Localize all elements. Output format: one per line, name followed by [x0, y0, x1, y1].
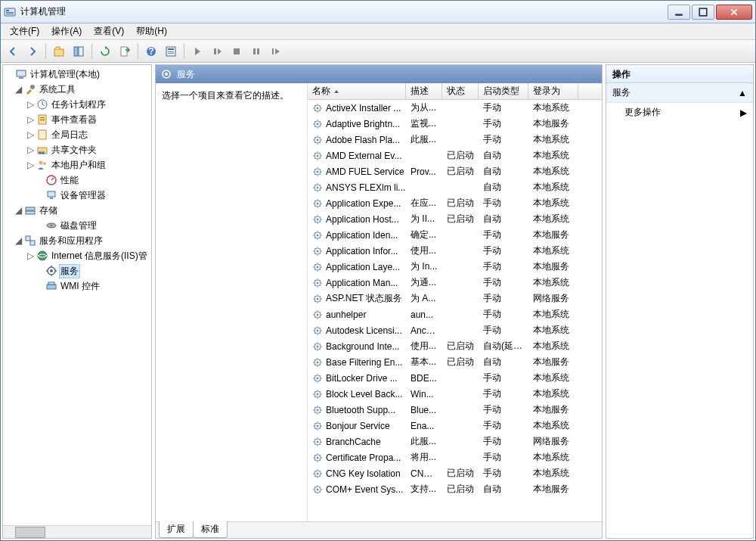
- menu-file[interactable]: 文件(F): [4, 23, 45, 39]
- chevron-right-icon: ▶: [740, 107, 747, 118]
- svg-rect-16: [214, 48, 216, 54]
- column-logon[interactable]: 登录为: [528, 83, 578, 99]
- svg-point-87: [317, 393, 319, 395]
- actions-section[interactable]: 服务 ▲: [606, 83, 753, 103]
- center-panel: 服务 选择一个项目来查看它的描述。 名称 描述 状态 启动类型 登录为 Acti…: [155, 64, 603, 539]
- menu-help[interactable]: 帮助(H): [130, 23, 173, 39]
- svg-point-65: [317, 218, 319, 220]
- service-row[interactable]: Application Infor...使用...手动本地系统: [308, 243, 602, 259]
- service-row[interactable]: BranchCache此服...手动网络服务: [308, 434, 602, 449]
- svg-point-49: [165, 73, 168, 76]
- column-desc[interactable]: 描述: [406, 83, 442, 99]
- actions-more[interactable]: 更多操作 ▶: [606, 103, 753, 122]
- list-rows[interactable]: ActiveX Installer ...为从...手动本地系统Adaptive…: [308, 100, 602, 521]
- computer-icon: [15, 68, 27, 80]
- service-row[interactable]: Application Host...为 II...已启动自动本地系统: [308, 211, 602, 227]
- service-row[interactable]: Adaptive Brightn...监视...手动本地服务: [308, 116, 602, 132]
- tree-services[interactable]: 服务: [5, 263, 150, 278]
- service-row[interactable]: Bluetooth Supp...Blue...手动本地服务: [308, 402, 602, 418]
- pause-stop-button[interactable]: [208, 42, 226, 61]
- close-button[interactable]: [716, 5, 752, 20]
- service-row[interactable]: Application Man...为通...手动本地系统: [308, 275, 602, 291]
- svg-point-67: [317, 234, 319, 236]
- svg-point-51: [317, 107, 319, 109]
- tree-local-users[interactable]: ▷ 本地用户和组: [5, 157, 150, 173]
- up-button[interactable]: [50, 42, 68, 61]
- service-row[interactable]: Application Iden...确定...手动本地服务: [308, 227, 602, 243]
- back-button[interactable]: [4, 42, 22, 61]
- minimize-button[interactable]: [668, 5, 690, 20]
- tree-device-manager[interactable]: 设备管理器: [5, 188, 150, 203]
- tree-scrollbar-horizontal[interactable]: [3, 525, 151, 538]
- service-row[interactable]: AMD External Ev...已启动自动本地系统: [308, 148, 602, 163]
- service-row[interactable]: ANSYS FLEXlm li...自动本地系统: [308, 179, 602, 195]
- service-row[interactable]: BitLocker Drive ...BDE...手动本地系统: [308, 370, 602, 386]
- tree-event-viewer[interactable]: ▷ 事件查看器: [5, 112, 150, 127]
- menu-action[interactable]: 操作(A): [45, 23, 88, 39]
- svg-rect-21: [17, 70, 26, 76]
- svg-point-63: [317, 202, 319, 204]
- column-name[interactable]: 名称: [308, 83, 406, 99]
- service-row[interactable]: Bonjour ServiceEna...手动本地系统: [308, 418, 602, 434]
- svg-rect-15: [168, 53, 174, 54]
- tree-services-apps[interactable]: ◢ 服务和应用程序: [5, 233, 150, 248]
- refresh-button[interactable]: [96, 42, 114, 61]
- tab-standard[interactable]: 标准: [193, 521, 228, 538]
- svg-point-59: [317, 170, 319, 173]
- properties-button[interactable]: [162, 42, 180, 61]
- start-service-button[interactable]: [188, 42, 206, 61]
- help-button[interactable]: ?: [142, 42, 160, 61]
- tools-icon: [24, 83, 36, 95]
- service-row[interactable]: ActiveX Installer ...为从...手动本地系统: [308, 100, 602, 116]
- export-button[interactable]: [116, 42, 134, 61]
- tab-extended[interactable]: 扩展: [159, 521, 194, 538]
- restart-service-button[interactable]: [267, 42, 285, 61]
- stop-service-button[interactable]: [228, 42, 246, 61]
- maximize-button[interactable]: [692, 5, 714, 20]
- pause-service-button[interactable]: [247, 42, 265, 61]
- actions-header: 操作: [606, 65, 753, 83]
- service-row[interactable]: COM+ Event Sys...支持...已启动自动本地服务: [308, 481, 602, 497]
- menu-view[interactable]: 查看(V): [88, 23, 130, 39]
- show-hide-tree-button[interactable]: [70, 42, 88, 61]
- svg-rect-28: [39, 130, 46, 139]
- tree-root[interactable]: 计算机管理(本地): [5, 67, 150, 82]
- nav-tree[interactable]: 计算机管理(本地) ◢ 系统工具 ▷ 任务计划程序 ▷ 事件查看器 ▷ 全局日志: [3, 65, 151, 525]
- svg-point-33: [43, 162, 46, 165]
- log-icon: [36, 129, 48, 141]
- service-row[interactable]: Application Expe...在应...已启动手动本地系统: [308, 195, 602, 211]
- service-row[interactable]: CNG Key IsolationCNG...已启动手动本地系统: [308, 465, 602, 481]
- service-row[interactable]: AMD FUEL ServiceProv...已启动自动本地系统: [308, 163, 602, 179]
- tree-global-logs[interactable]: ▷ 全局日志: [5, 127, 150, 142]
- service-row[interactable]: aunhelperaun...手动本地系统: [308, 306, 602, 322]
- service-row[interactable]: Certificate Propa...将用...手动本地系统: [308, 449, 602, 465]
- service-row[interactable]: Base Filtering En...基本...已启动自动本地服务: [308, 354, 602, 370]
- tree-system-tools[interactable]: ◢ 系统工具: [5, 82, 150, 97]
- svg-rect-17: [234, 48, 240, 54]
- tree-wmi[interactable]: WMI 控件: [5, 278, 150, 294]
- svg-rect-18: [253, 48, 256, 54]
- service-row[interactable]: Application Laye...为 In...手动本地服务: [308, 259, 602, 275]
- svg-point-31: [42, 151, 45, 154]
- app-icon: [4, 6, 16, 18]
- tree-disk-management[interactable]: 磁盘管理: [5, 218, 150, 233]
- tree-shared-folders[interactable]: ▷ 共享文件夹: [5, 142, 150, 157]
- svg-point-75: [317, 297, 319, 300]
- service-row[interactable]: Block Level Back...Win...手动本地系统: [308, 386, 602, 402]
- svg-point-97: [317, 472, 319, 474]
- tree-task-scheduler[interactable]: ▷ 任务计划程序: [5, 97, 150, 112]
- description-prompt: 选择一个项目来查看它的描述。: [162, 90, 289, 101]
- service-row[interactable]: Autodesk Licensi...Anch...手动本地系统: [308, 322, 602, 338]
- svg-point-32: [39, 161, 43, 165]
- tree-storage[interactable]: ◢ 存储: [5, 203, 150, 218]
- column-status[interactable]: 状态: [442, 83, 479, 99]
- forward-button[interactable]: [23, 42, 42, 61]
- column-startup[interactable]: 启动类型: [479, 83, 528, 99]
- device-icon: [45, 189, 57, 201]
- service-row[interactable]: ASP.NET 状态服务为 A...手动网络服务: [308, 291, 602, 306]
- tree-iis[interactable]: ▷ Internet 信息服务(IIS)管: [5, 248, 150, 263]
- service-row[interactable]: Background Inte...使用...已启动自动(延迟...本地系统: [308, 338, 602, 354]
- tree-performance[interactable]: 性能: [5, 173, 150, 188]
- service-row[interactable]: Adobe Flash Pla...此服...手动本地系统: [308, 132, 602, 148]
- clock-icon: [36, 98, 48, 110]
